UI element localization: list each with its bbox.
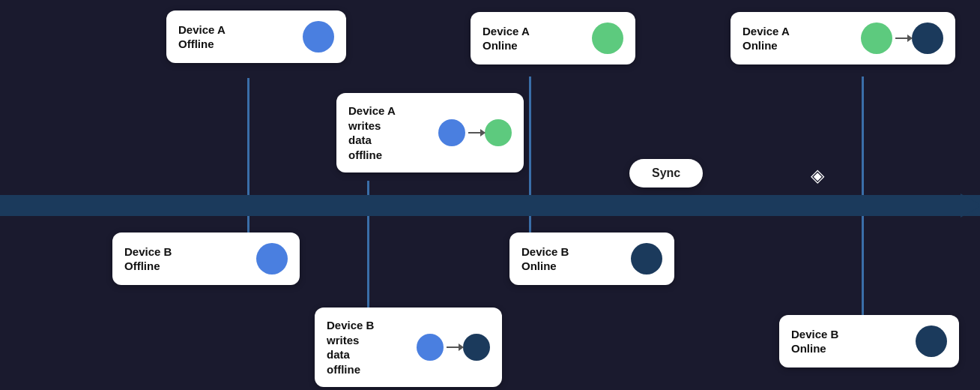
device-b-online-2-label: Device B Online [791, 327, 838, 356]
card-device-a-writes: Device A writes data offline [336, 93, 524, 172]
dot-device-a-online-2-to [912, 22, 943, 54]
card-device-a-offline: Device A Offline [166, 10, 346, 63]
dot-device-b-online-1 [631, 243, 662, 274]
card-device-a-online-1: Device A Online [471, 12, 635, 64]
vline-device-b-writes [367, 216, 369, 308]
dot-device-a-offline [303, 21, 334, 52]
dot-device-b-offline [256, 243, 288, 274]
vline-device-a-online-1 [529, 76, 531, 195]
dot-device-a-online-1 [592, 22, 623, 54]
dot-device-a-writes-from [438, 119, 465, 146]
dot-device-a-online-2-from [861, 22, 892, 54]
dot-device-a-writes-to [485, 119, 512, 146]
card-device-b-offline: Device B Offline [112, 232, 300, 285]
device-a-offline-label: Device A Offline [178, 22, 226, 52]
timeline-bar [0, 195, 980, 216]
vline-device-b-online-2 [862, 216, 864, 315]
arrow-device-b-writes [447, 346, 460, 348]
card-device-b-online-2: Device B Online [779, 315, 959, 368]
arrow-device-a-online-2 [895, 38, 909, 39]
card-device-b-writes: Device B writes data offline [315, 308, 502, 387]
dot-device-b-writes-to [463, 334, 490, 361]
vline-device-a-offline [247, 78, 249, 195]
device-b-writes-label: Device B writes data offline [327, 318, 374, 376]
sync-label: Sync [652, 166, 680, 179]
card-device-a-online-2: Device A Online [731, 12, 955, 64]
device-a-online-1-label: Device A Online [483, 24, 530, 53]
device-b-offline-label: Device B Offline [124, 244, 172, 274]
vline-device-a-online-2 [862, 76, 864, 195]
device-a-writes-label: Device A writes data offline [348, 104, 396, 162]
layers-icon: ◈ [811, 165, 824, 186]
sync-pill: Sync [629, 159, 703, 188]
card-device-b-online-1: Device B Online [509, 232, 674, 285]
dot-device-b-writes-from [417, 334, 444, 361]
arrow-device-a-writes [468, 132, 482, 134]
vline-device-a-writes [367, 181, 369, 195]
device-a-online-2-label: Device A Online [742, 24, 790, 53]
device-b-online-1-label: Device B Online [521, 244, 569, 274]
device-b-writes-dots [417, 334, 490, 361]
dot-device-b-online-2 [916, 326, 947, 357]
device-a-writes-dots [438, 119, 512, 146]
device-a-online-2-dots [861, 22, 943, 54]
